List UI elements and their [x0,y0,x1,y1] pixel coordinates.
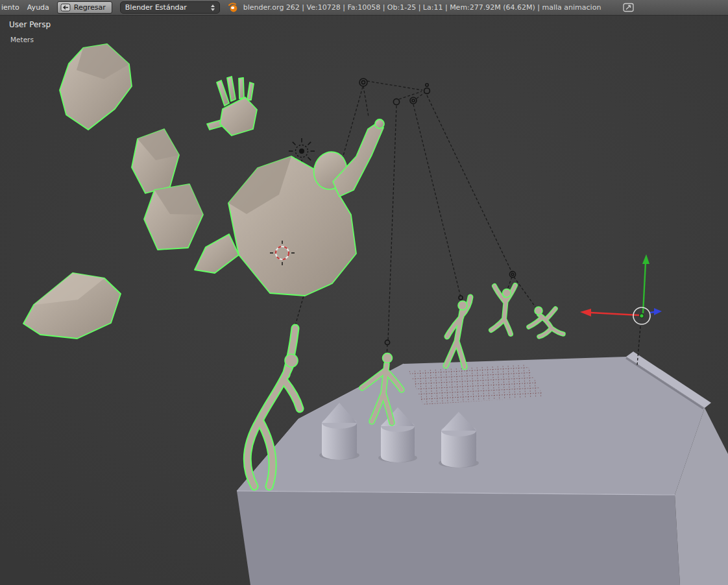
3d-viewport[interactable] [0,0,728,585]
scene-selector-value: Blender Estándar [125,3,187,12]
pop-out-window-icon[interactable] [623,3,635,12]
header-bar: iento Ayuda Regresar Blender Estándar bl… [0,0,728,16]
up-down-arrows-icon [211,5,215,11]
viewport-grid-unit-label: Meters [10,36,34,43]
menu-item-ayuda[interactable]: Ayuda [27,3,49,12]
viewport-view-mode-label: User Persp [9,20,51,29]
axis-y-handle[interactable] [650,312,655,313]
blender-logo-icon [228,2,239,13]
back-button-label: Regresar [74,3,106,12]
back-arrow-icon [60,3,71,12]
status-text: blender.org 262 | Ve:10728 | Fa:10058 | … [243,3,601,12]
scene-selector-dropdown[interactable]: Blender Estándar [120,1,220,14]
status-bar: blender.org 262 | Ve:10728 | Fa:10058 | … [228,2,601,13]
back-button[interactable]: Regresar [57,1,112,14]
menu-item-partial[interactable]: iento [1,3,19,12]
